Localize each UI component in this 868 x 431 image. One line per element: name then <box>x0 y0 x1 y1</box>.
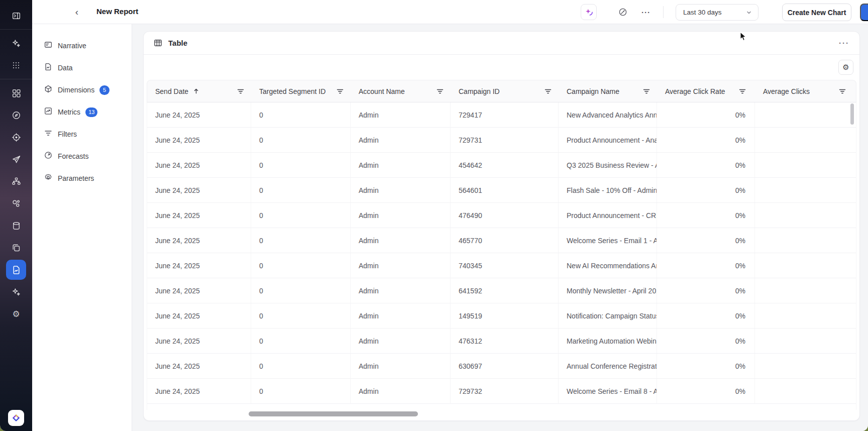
ai-sparkles-icon[interactable] <box>6 33 26 53</box>
compass-icon[interactable] <box>615 4 631 20</box>
cell-campaign-name: Flash Sale - 10% Off - Admin Ju <box>559 178 657 202</box>
cell-average-click-rate: 0% <box>657 203 755 228</box>
table-row: June 24, 2025 0 Admin 465770 Welcome Ser… <box>147 228 856 253</box>
cell-average-clicks: 0 <box>755 354 856 378</box>
vertical-scrollbar-thumb[interactable] <box>850 103 854 125</box>
horizontal-scrollbar-thumb[interactable] <box>249 411 418 416</box>
column-header-average-clicks[interactable]: Average Clicks <box>755 80 856 102</box>
filter-icon[interactable] <box>437 88 444 95</box>
table-panel: Table ··· ⚙ Send Date Targeted Segment I… <box>143 31 860 421</box>
cell-average-clicks: 0 <box>755 329 856 353</box>
cell-targeted-segment-id: 0 <box>251 354 351 378</box>
cell-average-clicks: 0 <box>755 178 856 202</box>
dimensions-cube-icon <box>44 85 52 95</box>
sidebar-toggle-icon[interactable] <box>6 6 26 26</box>
rail-divider <box>0 29 32 30</box>
cell-account-name: Admin <box>351 228 451 253</box>
settings-gear-icon[interactable]: ⚙ <box>6 304 26 324</box>
cell-targeted-segment-id: 0 <box>251 128 351 152</box>
forecasts-icon <box>44 151 52 161</box>
topbar-more-button[interactable]: ··· <box>638 4 654 20</box>
topbar-divider <box>663 6 664 18</box>
parameters-gear-icon <box>44 173 52 183</box>
cell-average-click-rate: 0% <box>657 303 755 328</box>
cell-account-name: Admin <box>351 153 451 177</box>
table-toolbar: ⚙ <box>144 55 859 80</box>
cell-average-click-rate: 0% <box>657 379 755 403</box>
sidebar-item-label: Data <box>58 64 73 72</box>
sidebar-item[interactable]: Filters <box>32 123 132 145</box>
filter-icon[interactable] <box>545 88 552 95</box>
cell-campaign-id: 465770 <box>451 228 559 253</box>
back-button[interactable]: ‹ <box>70 6 83 19</box>
cell-campaign-name: Monthly Newsletter - April 202 <box>559 278 657 303</box>
table-settings-gear-icon[interactable]: ⚙ <box>838 60 853 75</box>
layers-icon[interactable] <box>6 238 26 258</box>
target-icon[interactable] <box>6 127 26 147</box>
sidebar-item-label: Dimensions <box>58 86 94 94</box>
dashboards-icon[interactable] <box>6 83 26 103</box>
filter-icon[interactable] <box>739 88 746 95</box>
sidebar-item[interactable]: Parameters <box>32 167 132 189</box>
cell-account-name: Admin <box>351 329 451 353</box>
assistant-sparkles-icon[interactable] <box>6 282 26 302</box>
sidebar-item[interactable]: Narrative <box>32 35 132 57</box>
cell-send-date: June 24, 2025 <box>147 303 251 328</box>
cell-send-date: June 24, 2025 <box>147 203 251 228</box>
database-icon[interactable] <box>6 216 26 236</box>
sidebar-item[interactable]: Metrics 13 <box>32 101 132 123</box>
time-range-value: Last 30 days <box>683 9 746 16</box>
cell-account-name: Admin <box>351 128 451 152</box>
cell-targeted-segment-id: 0 <box>251 178 351 202</box>
ai-assist-button[interactable] <box>581 4 597 20</box>
table-row: June 24, 2025 0 Admin 729731 Product Ann… <box>147 128 856 153</box>
cell-targeted-segment-id: 0 <box>251 278 351 303</box>
column-header-account-name[interactable]: Account Name <box>351 80 451 102</box>
panel-more-button[interactable]: ··· <box>839 39 849 47</box>
apps-grid-icon[interactable] <box>6 55 26 75</box>
cell-campaign-name: Annual Conference Registration <box>559 354 657 378</box>
sidebar-item-label: Parameters <box>58 174 94 182</box>
sidebar-item[interactable]: Forecasts <box>32 145 132 167</box>
create-new-chart-button[interactable]: Create New Chart <box>782 4 851 21</box>
column-header-targeted-segment-id[interactable]: Targeted Segment ID <box>251 80 351 102</box>
cell-campaign-name: Welcome Series - Email 8 - Adm <box>559 379 657 403</box>
cell-targeted-segment-id: 0 <box>251 303 351 328</box>
cell-average-clicks: 0 <box>755 102 856 127</box>
filter-icon[interactable] <box>643 88 650 95</box>
cell-send-date: June 24, 2025 <box>147 228 251 253</box>
cell-average-clicks: 0 <box>755 303 856 328</box>
horizontal-scrollbar <box>147 408 856 419</box>
cell-send-date: June 24, 2025 <box>147 102 251 127</box>
filter-icon[interactable] <box>237 88 244 95</box>
cell-account-name: Admin <box>351 203 451 228</box>
column-header-campaign-name[interactable]: Campaign Name <box>559 80 657 102</box>
save-button[interactable]: Save <box>860 4 868 21</box>
cell-send-date: June 24, 2025 <box>147 178 251 202</box>
column-header-average-click-rate[interactable]: Average Click Rate <box>657 80 755 102</box>
table-grid-icon <box>154 39 162 47</box>
filter-icon[interactable] <box>337 88 344 95</box>
segments-bubbles-icon[interactable] <box>6 193 26 213</box>
sidebar-item[interactable]: Dimensions 5 <box>32 79 132 101</box>
reports-file-icon[interactable] <box>6 260 26 280</box>
sidebar-item[interactable]: Data <box>32 57 132 79</box>
table-panel-header: Table ··· <box>144 32 859 55</box>
time-range-select[interactable]: Last 30 days <box>676 4 758 21</box>
cell-campaign-id: 729731 <box>451 128 559 152</box>
table-row: June 24, 2025 0 Admin 476312 Marketing A… <box>147 329 856 354</box>
sort-asc-icon[interactable] <box>193 88 199 94</box>
column-header-send-date[interactable]: Send Date <box>147 80 251 102</box>
data-table: Send Date Targeted Segment ID Account Na… <box>147 80 856 410</box>
table-body: June 24, 2025 0 Admin 729417 New Advance… <box>147 102 856 410</box>
filter-icon[interactable] <box>839 88 846 95</box>
cell-send-date: June 24, 2025 <box>147 278 251 303</box>
sitemap-icon[interactable] <box>6 171 26 191</box>
cell-targeted-segment-id: 0 <box>251 203 351 228</box>
send-icon[interactable] <box>6 149 26 169</box>
explore-compass-icon[interactable] <box>6 105 26 125</box>
app-logo[interactable] <box>8 410 24 426</box>
cell-campaign-id: 641592 <box>451 278 559 303</box>
report-sidebar: Narrative Data Dimensions 5 Metrics 13 <box>32 24 132 431</box>
column-header-campaign-id[interactable]: Campaign ID <box>451 80 559 102</box>
